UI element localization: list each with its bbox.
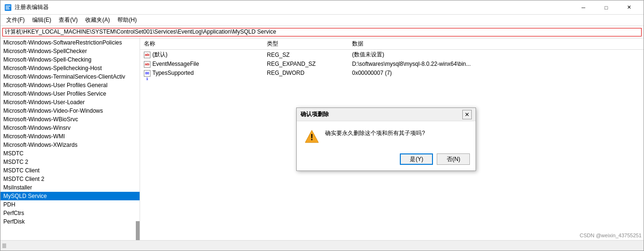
status-bar: [0, 240, 644, 251]
dialog-close-button[interactable]: ✕: [462, 110, 472, 119]
yes-button[interactable]: 是(Y): [400, 153, 433, 165]
dialog-title-bar: 确认项删除 ✕: [297, 108, 476, 121]
regedit-icon: [4, 4, 12, 11]
dialog-title: 确认项删除: [300, 110, 329, 118]
menu-item-v[interactable]: 查看(V): [55, 15, 81, 25]
regedit-window: 注册表编辑器 ─ □ ✕ 文件(F)编辑(E)查看(V)收藏夹(A)帮助(H) …: [0, 0, 644, 251]
dialog-message: 确实要永久删除这个项和所有其子项吗?: [325, 129, 425, 137]
address-bar: [0, 26, 644, 38]
main-content: Microsoft-Windows-SoftwareRestrictionPol…: [0, 38, 644, 240]
svg-text:!: !: [310, 133, 313, 142]
menu-item-a[interactable]: 收藏夹(A): [81, 15, 114, 25]
title-bar-left: 注册表编辑器: [4, 3, 49, 11]
minimize-button[interactable]: ─: [573, 0, 594, 15]
menu-item-h[interactable]: 帮助(H): [114, 15, 141, 25]
dialog-overlay: 确认项删除 ✕ ! 确实要永久删除这个项和所有其子项吗? 是(Y) 否(N): [0, 38, 644, 240]
no-button[interactable]: 否(N): [437, 153, 470, 165]
menu-item-e[interactable]: 编辑(E): [28, 15, 55, 25]
dialog-buttons: 是(Y) 否(N): [297, 150, 476, 170]
title-controls: ─ □ ✕: [573, 0, 640, 15]
svg-rect-1: [6, 6, 10, 7]
menu-bar: 文件(F)编辑(E)查看(V)收藏夹(A)帮助(H): [0, 15, 644, 26]
dialog-content: ! 确实要永久删除这个项和所有其子项吗?: [297, 121, 476, 150]
maximize-button[interactable]: □: [595, 0, 617, 15]
svg-rect-3: [6, 9, 9, 9]
menu-item-f[interactable]: 文件(F): [2, 15, 28, 25]
svg-rect-2: [6, 7, 9, 8]
confirm-dialog: 确认项删除 ✕ ! 确实要永久删除这个项和所有其子项吗? 是(Y) 否(N): [296, 108, 476, 171]
window-title: 注册表编辑器: [15, 3, 49, 11]
title-bar: 注册表编辑器 ─ □ ✕: [0, 0, 644, 15]
warning-icon: !: [304, 129, 319, 144]
close-button[interactable]: ✕: [618, 0, 640, 15]
address-input[interactable]: [2, 28, 642, 36]
